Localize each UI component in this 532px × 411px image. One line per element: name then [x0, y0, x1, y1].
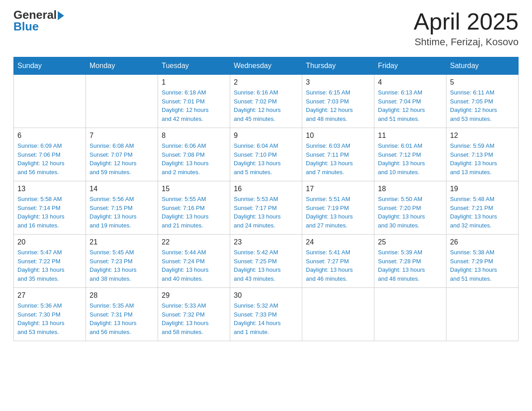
- week-row-4: 20Sunrise: 5:47 AMSunset: 7:22 PMDayligh…: [14, 235, 519, 288]
- day-number: 6: [17, 132, 82, 140]
- day-cell: 16Sunrise: 5:53 AMSunset: 7:17 PMDayligh…: [230, 181, 302, 235]
- day-info: Sunrise: 5:53 AMSunset: 7:17 PMDaylight:…: [234, 195, 298, 230]
- day-number: 27: [17, 291, 82, 300]
- day-info: Sunrise: 6:04 AMSunset: 7:10 PMDaylight:…: [234, 141, 298, 176]
- day-cell: 26Sunrise: 5:38 AMSunset: 7:29 PMDayligh…: [446, 235, 519, 288]
- day-info: Sunrise: 5:38 AMSunset: 7:29 PMDaylight:…: [450, 248, 515, 283]
- day-number: 29: [162, 291, 226, 300]
- day-number: 14: [90, 185, 154, 193]
- logo-text-block: General Blue: [13, 9, 64, 32]
- header-cell-sunday: Sunday: [14, 57, 86, 75]
- week-row-5: 27Sunrise: 5:36 AMSunset: 7:30 PMDayligh…: [14, 288, 519, 341]
- day-info: Sunrise: 5:44 AMSunset: 7:24 PMDaylight:…: [162, 248, 226, 283]
- day-number: 24: [306, 238, 370, 246]
- day-info: Sunrise: 6:01 AMSunset: 7:12 PMDaylight:…: [378, 141, 442, 176]
- day-number: 15: [162, 185, 226, 193]
- header-cell-saturday: Saturday: [446, 57, 519, 75]
- calendar-title: April 2025: [414, 9, 519, 34]
- header-row: SundayMondayTuesdayWednesdayThursdayFrid…: [14, 57, 519, 75]
- page-header: General Blue April 2025 Shtime, Ferizaj,…: [13, 9, 519, 48]
- day-number: 1: [162, 78, 226, 86]
- day-number: 10: [306, 132, 370, 140]
- day-number: 3: [306, 78, 370, 86]
- day-cell: [14, 75, 86, 128]
- day-cell: 29Sunrise: 5:33 AMSunset: 7:32 PMDayligh…: [158, 288, 230, 341]
- day-info: Sunrise: 5:59 AMSunset: 7:13 PMDaylight:…: [450, 141, 515, 176]
- day-cell: 11Sunrise: 6:01 AMSunset: 7:12 PMDayligh…: [374, 128, 446, 181]
- day-number: 26: [450, 238, 515, 246]
- logo-blue: Blue: [13, 21, 64, 32]
- day-cell: 2Sunrise: 6:16 AMSunset: 7:02 PMDaylight…: [230, 75, 302, 128]
- day-info: Sunrise: 5:47 AMSunset: 7:22 PMDaylight:…: [17, 248, 82, 283]
- day-cell: 20Sunrise: 5:47 AMSunset: 7:22 PMDayligh…: [14, 235, 86, 288]
- week-row-2: 6Sunrise: 6:09 AMSunset: 7:06 PMDaylight…: [14, 128, 519, 181]
- day-number: 17: [306, 185, 370, 193]
- day-cell: 12Sunrise: 5:59 AMSunset: 7:13 PMDayligh…: [446, 128, 519, 181]
- day-number: 9: [234, 132, 298, 140]
- day-cell: 22Sunrise: 5:44 AMSunset: 7:24 PMDayligh…: [158, 235, 230, 288]
- day-info: Sunrise: 6:08 AMSunset: 7:07 PMDaylight:…: [90, 141, 154, 176]
- day-info: Sunrise: 6:18 AMSunset: 7:01 PMDaylight:…: [162, 88, 226, 123]
- day-number: 28: [90, 291, 154, 300]
- day-cell: [374, 288, 446, 341]
- day-number: 20: [17, 238, 82, 246]
- day-info: Sunrise: 5:48 AMSunset: 7:21 PMDaylight:…: [450, 195, 515, 230]
- day-cell: [446, 288, 519, 341]
- day-cell: 8Sunrise: 6:06 AMSunset: 7:08 PMDaylight…: [158, 128, 230, 181]
- day-number: 11: [378, 132, 442, 140]
- day-cell: 10Sunrise: 6:03 AMSunset: 7:11 PMDayligh…: [302, 128, 374, 181]
- week-row-3: 13Sunrise: 5:58 AMSunset: 7:14 PMDayligh…: [14, 181, 519, 235]
- day-info: Sunrise: 6:11 AMSunset: 7:05 PMDaylight:…: [450, 88, 515, 123]
- day-cell: 5Sunrise: 6:11 AMSunset: 7:05 PMDaylight…: [446, 75, 519, 128]
- day-cell: 30Sunrise: 5:32 AMSunset: 7:33 PMDayligh…: [230, 288, 302, 341]
- day-info: Sunrise: 6:03 AMSunset: 7:11 PMDaylight:…: [306, 141, 370, 176]
- day-cell: 27Sunrise: 5:36 AMSunset: 7:30 PMDayligh…: [14, 288, 86, 341]
- day-cell: [302, 288, 374, 341]
- day-number: 7: [90, 132, 154, 140]
- day-info: Sunrise: 6:13 AMSunset: 7:04 PMDaylight:…: [378, 88, 442, 123]
- day-number: 12: [450, 132, 515, 140]
- day-info: Sunrise: 5:45 AMSunset: 7:23 PMDaylight:…: [90, 248, 154, 283]
- day-number: 13: [17, 185, 82, 193]
- day-number: 21: [90, 238, 154, 246]
- calendar-table: SundayMondayTuesdayWednesdayThursdayFrid…: [13, 57, 519, 341]
- day-info: Sunrise: 6:15 AMSunset: 7:03 PMDaylight:…: [306, 88, 370, 123]
- week-row-1: 1Sunrise: 6:18 AMSunset: 7:01 PMDaylight…: [14, 75, 519, 128]
- day-cell: 15Sunrise: 5:55 AMSunset: 7:16 PMDayligh…: [158, 181, 230, 235]
- day-cell: 28Sunrise: 5:35 AMSunset: 7:31 PMDayligh…: [86, 288, 158, 341]
- day-cell: 23Sunrise: 5:42 AMSunset: 7:25 PMDayligh…: [230, 235, 302, 288]
- calendar-body: 1Sunrise: 6:18 AMSunset: 7:01 PMDaylight…: [14, 75, 519, 341]
- day-info: Sunrise: 5:32 AMSunset: 7:33 PMDaylight:…: [234, 301, 298, 336]
- day-cell: 14Sunrise: 5:56 AMSunset: 7:15 PMDayligh…: [86, 181, 158, 235]
- day-number: 5: [450, 78, 515, 86]
- header-cell-wednesday: Wednesday: [230, 57, 302, 75]
- day-number: 19: [450, 185, 515, 193]
- day-number: 30: [234, 291, 298, 300]
- day-cell: 1Sunrise: 6:18 AMSunset: 7:01 PMDaylight…: [158, 75, 230, 128]
- day-info: Sunrise: 6:06 AMSunset: 7:08 PMDaylight:…: [162, 141, 226, 176]
- day-number: 18: [378, 185, 442, 193]
- day-info: Sunrise: 6:16 AMSunset: 7:02 PMDaylight:…: [234, 88, 298, 123]
- day-cell: 7Sunrise: 6:08 AMSunset: 7:07 PMDaylight…: [86, 128, 158, 181]
- day-cell: [86, 75, 158, 128]
- day-info: Sunrise: 5:58 AMSunset: 7:14 PMDaylight:…: [17, 195, 82, 230]
- day-number: 22: [162, 238, 226, 246]
- day-cell: 3Sunrise: 6:15 AMSunset: 7:03 PMDaylight…: [302, 75, 374, 128]
- day-info: Sunrise: 6:09 AMSunset: 7:06 PMDaylight:…: [17, 141, 82, 176]
- day-cell: 21Sunrise: 5:45 AMSunset: 7:23 PMDayligh…: [86, 235, 158, 288]
- calendar-header: SundayMondayTuesdayWednesdayThursdayFrid…: [14, 57, 519, 75]
- day-info: Sunrise: 5:56 AMSunset: 7:15 PMDaylight:…: [90, 195, 154, 230]
- day-number: 23: [234, 238, 298, 246]
- calendar-subtitle: Shtime, Ferizaj, Kosovo: [414, 36, 519, 48]
- logo-arrow-icon: [58, 11, 64, 20]
- day-cell: 13Sunrise: 5:58 AMSunset: 7:14 PMDayligh…: [14, 181, 86, 235]
- day-info: Sunrise: 5:41 AMSunset: 7:27 PMDaylight:…: [306, 248, 370, 283]
- day-number: 4: [378, 78, 442, 86]
- day-number: 25: [378, 238, 442, 246]
- day-info: Sunrise: 5:35 AMSunset: 7:31 PMDaylight:…: [90, 301, 154, 336]
- day-cell: 25Sunrise: 5:39 AMSunset: 7:28 PMDayligh…: [374, 235, 446, 288]
- title-block: April 2025 Shtime, Ferizaj, Kosovo: [414, 9, 519, 48]
- day-cell: 17Sunrise: 5:51 AMSunset: 7:19 PMDayligh…: [302, 181, 374, 235]
- day-cell: 4Sunrise: 6:13 AMSunset: 7:04 PMDaylight…: [374, 75, 446, 128]
- logo: General Blue: [13, 9, 64, 32]
